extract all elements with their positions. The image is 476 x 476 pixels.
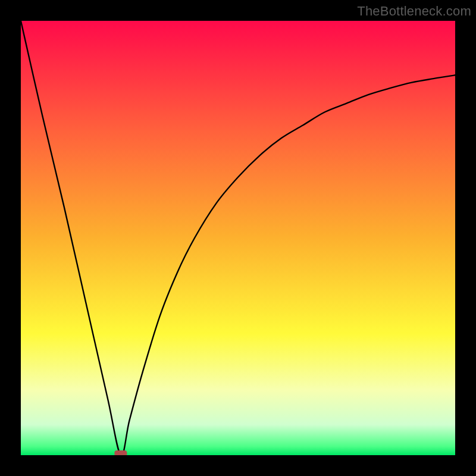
watermark-text: TheBottleneck.com xyxy=(357,4,471,19)
chart-plot xyxy=(21,21,455,455)
chart-frame: TheBottleneck.com xyxy=(0,0,476,476)
chart-background xyxy=(21,21,455,455)
minimum-marker xyxy=(114,450,127,455)
